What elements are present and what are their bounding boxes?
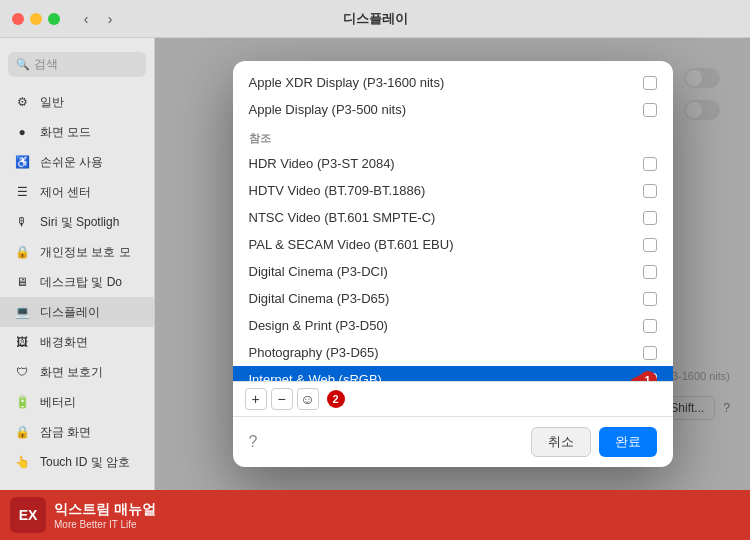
profile-checkbox[interactable] bbox=[643, 103, 657, 117]
emoji-button[interactable]: ☺ bbox=[297, 388, 319, 410]
sidebar-label-lock: 잠금 화면 bbox=[40, 424, 91, 441]
profile-label: Internet & Web (sRGB) bbox=[249, 372, 382, 381]
profile-checkbox[interactable] bbox=[643, 373, 657, 382]
sidebar-item-screen-mode[interactable]: ● 화면 모드 bbox=[0, 117, 154, 147]
profile-checkbox[interactable] bbox=[643, 238, 657, 252]
sidebar-icon-screen-mode: ● bbox=[12, 122, 32, 142]
sidebar-label-siri: Siri 및 Spotligh bbox=[40, 214, 119, 231]
profile-label: Photography (P3-D65) bbox=[249, 345, 379, 360]
modal-overlay: Apple XDR Display (P3-1600 nits) Apple D… bbox=[155, 38, 750, 490]
sidebar-item-general[interactable]: ⚙ 일반 bbox=[0, 87, 154, 117]
color-profile-item-ref-8[interactable]: Internet & Web (sRGB) ◄ 1 bbox=[233, 366, 673, 381]
brand-logo: EX bbox=[10, 497, 46, 533]
sidebar-label-control-center: 제어 센터 bbox=[40, 184, 91, 201]
arrow-icon: ◄ bbox=[627, 369, 645, 381]
brand-text: 익스트림 매뉴얼 More Better IT Life bbox=[54, 501, 156, 530]
color-profile-item-ref-0[interactable]: HDR Video (P3-ST 2084) bbox=[233, 150, 673, 177]
confirm-button[interactable]: 완료 bbox=[599, 427, 657, 457]
sidebar-item-screensaver[interactable]: 🛡 화면 보호기 bbox=[0, 357, 154, 387]
sidebar-item-wallpaper[interactable]: 🖼 배경화면 bbox=[0, 327, 154, 357]
sidebar-icon-display: 💻 bbox=[12, 302, 32, 322]
modal-footer: ? 취소 완료 bbox=[233, 416, 673, 467]
cancel-button[interactable]: 취소 bbox=[531, 427, 591, 457]
main-panel: 고급... ProMotion Night Shift... ? Apple X… bbox=[155, 38, 750, 490]
sidebar-item-privacy[interactable]: 🔒 개인정보 보호 모 bbox=[0, 237, 154, 267]
help-button[interactable]: ? bbox=[249, 433, 258, 451]
sidebar-icon-privacy: 🔒 bbox=[12, 242, 32, 262]
brand-subtitle: More Better IT Life bbox=[54, 519, 156, 530]
profile-label: Digital Cinema (P3-DCI) bbox=[249, 264, 388, 279]
sidebar-icon-siri: 🎙 bbox=[12, 212, 32, 232]
sidebar-label-accessibility: 손쉬운 사용 bbox=[40, 154, 103, 171]
sidebar-icon-battery: 🔋 bbox=[12, 392, 32, 412]
modal-footer-buttons: 취소 완료 bbox=[531, 427, 657, 457]
sidebar-icon-desktop: 🖥 bbox=[12, 272, 32, 292]
profile-label: HDTV Video (BT.709-BT.1886) bbox=[249, 183, 426, 198]
search-box[interactable]: 🔍 검색 bbox=[8, 52, 146, 77]
back-button[interactable]: ‹ bbox=[76, 9, 96, 29]
sidebar-label-display: 디스플레이 bbox=[40, 304, 100, 321]
forward-button[interactable]: › bbox=[100, 9, 120, 29]
sidebar-icon-touchid: 👆 bbox=[12, 452, 32, 472]
profile-checkbox[interactable] bbox=[643, 184, 657, 198]
sidebar-item-accessibility[interactable]: ♿ 손쉬운 사용 bbox=[0, 147, 154, 177]
sidebar-label-touchid: Touch ID 및 암호 bbox=[40, 454, 130, 471]
color-profile-list[interactable]: Apple XDR Display (P3-1600 nits) Apple D… bbox=[233, 61, 673, 381]
sidebar-icon-screensaver: 🛡 bbox=[12, 362, 32, 382]
sidebar-item-lock[interactable]: 🔒 잠금 화면 bbox=[0, 417, 154, 447]
color-profile-modal: Apple XDR Display (P3-1600 nits) Apple D… bbox=[233, 61, 673, 467]
color-profile-item-ref-5[interactable]: Digital Cinema (P3-D65) bbox=[233, 285, 673, 312]
content-area: 🔍 검색 ⚙ 일반 ● 화면 모드 ♿ 손쉬운 사용 ☰ 제어 센터 🎙 Sir… bbox=[0, 38, 750, 490]
close-button[interactable] bbox=[12, 13, 24, 25]
sidebar-label-general: 일반 bbox=[40, 94, 64, 111]
sidebar-icon-general: ⚙ bbox=[12, 92, 32, 112]
sidebar-label-wallpaper: 배경화면 bbox=[40, 334, 88, 351]
sidebar-label-desktop: 데스크탑 및 Do bbox=[40, 274, 122, 291]
sidebar-label-screen-mode: 화면 모드 bbox=[40, 124, 91, 141]
color-profile-item-ref-1[interactable]: HDTV Video (BT.709-BT.1886) bbox=[233, 177, 673, 204]
profile-label: HDR Video (P3-ST 2084) bbox=[249, 156, 395, 171]
profile-checkbox[interactable] bbox=[643, 76, 657, 90]
remove-profile-button[interactable]: − bbox=[271, 388, 293, 410]
sidebar-label-battery: 베터리 bbox=[40, 394, 76, 411]
sidebar-label-privacy: 개인정보 보호 모 bbox=[40, 244, 131, 261]
minimize-button[interactable] bbox=[30, 13, 42, 25]
sidebar-icon-control-center: ☰ bbox=[12, 182, 32, 202]
color-profile-item-ref-4[interactable]: Digital Cinema (P3-DCI) bbox=[233, 258, 673, 285]
profile-checkbox[interactable] bbox=[643, 211, 657, 225]
color-profile-item-top-1[interactable]: Apple Display (P3-500 nits) bbox=[233, 96, 673, 123]
color-profile-item-top-0[interactable]: Apple XDR Display (P3-1600 nits) bbox=[233, 69, 673, 96]
titlebar: ‹ › 디스플레이 bbox=[0, 0, 750, 38]
titlebar-nav: ‹ › bbox=[76, 9, 120, 29]
profile-label: Design & Print (P3-D50) bbox=[249, 318, 388, 333]
color-profile-item-ref-6[interactable]: Design & Print (P3-D50) bbox=[233, 312, 673, 339]
profile-checkbox[interactable] bbox=[643, 292, 657, 306]
brand-title: 익스트림 매뉴얼 bbox=[54, 501, 156, 519]
profile-checkbox[interactable] bbox=[643, 346, 657, 360]
profile-label: Apple XDR Display (P3-1600 nits) bbox=[249, 75, 445, 90]
sidebar-item-battery[interactable]: 🔋 베터리 bbox=[0, 387, 154, 417]
sidebar: 🔍 검색 ⚙ 일반 ● 화면 모드 ♿ 손쉬운 사용 ☰ 제어 센터 🎙 Sir… bbox=[0, 38, 155, 490]
profile-checkbox[interactable] bbox=[643, 265, 657, 279]
window-title: 디스플레이 bbox=[343, 10, 408, 28]
section-header-ref: 참조 bbox=[233, 123, 673, 150]
color-profile-item-ref-2[interactable]: NTSC Video (BT.601 SMPTE-C) bbox=[233, 204, 673, 231]
sidebar-item-touchid[interactable]: 👆 Touch ID 및 암호 bbox=[0, 447, 154, 477]
sidebar-icon-wallpaper: 🖼 bbox=[12, 332, 32, 352]
sidebar-icon-lock: 🔒 bbox=[12, 422, 32, 442]
color-profile-item-ref-3[interactable]: PAL & SECAM Video (BT.601 EBU) bbox=[233, 231, 673, 258]
add-profile-button[interactable]: + bbox=[245, 388, 267, 410]
color-profile-item-ref-7[interactable]: Photography (P3-D65) bbox=[233, 339, 673, 366]
profile-checkbox[interactable] bbox=[643, 319, 657, 333]
annotation-badge-2: 2 bbox=[327, 390, 345, 408]
main-window: ‹ › 디스플레이 🔍 검색 ⚙ 일반 ● 화면 모드 ♿ 손쉬운 사용 ☰ 제… bbox=[0, 0, 750, 540]
sidebar-item-display[interactable]: 💻 디스플레이 bbox=[0, 297, 154, 327]
bottom-bar: EX 익스트림 매뉴얼 More Better IT Life bbox=[0, 490, 750, 540]
profile-checkbox[interactable] bbox=[643, 157, 657, 171]
sidebar-item-siri[interactable]: 🎙 Siri 및 Spotligh bbox=[0, 207, 154, 237]
sidebar-icon-accessibility: ♿ bbox=[12, 152, 32, 172]
sidebar-item-control-center[interactable]: ☰ 제어 센터 bbox=[0, 177, 154, 207]
maximize-button[interactable] bbox=[48, 13, 60, 25]
profile-label: PAL & SECAM Video (BT.601 EBU) bbox=[249, 237, 454, 252]
sidebar-item-desktop[interactable]: 🖥 데스크탑 및 Do bbox=[0, 267, 154, 297]
